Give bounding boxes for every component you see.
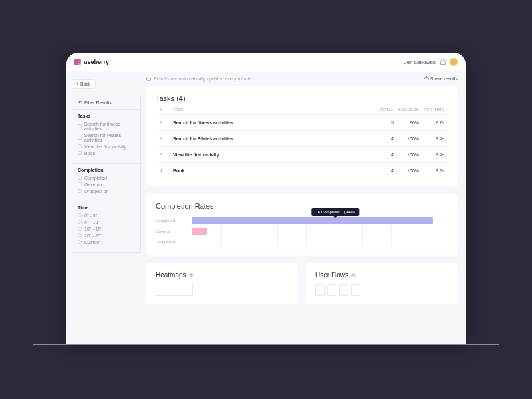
- back-button[interactable]: Back: [72, 79, 96, 89]
- tasks-table-head: # TASK TOTAL SUCCESS AVG TIME: [156, 108, 448, 114]
- device-base: [33, 344, 499, 345]
- info-icon[interactable]: ?: [351, 273, 356, 277]
- col-total: TOTAL: [368, 108, 394, 112]
- filter-item-label: View the first activity: [84, 144, 126, 149]
- completion-title: Completion Rates: [156, 202, 448, 210]
- filter-item-label: Search for fitness activities: [84, 122, 135, 131]
- heatmap-thumbnail[interactable]: [156, 283, 193, 296]
- row-total: 4: [368, 168, 394, 173]
- heatmaps-title: Heatmaps: [156, 271, 186, 279]
- row-success: 80%: [394, 120, 419, 125]
- tasks-card: Tasks (4) # TASK TOTAL SUCCESS AVG TIME …: [146, 86, 458, 186]
- filter-item[interactable]: Dropped off: [78, 189, 135, 194]
- row-num: 1: [160, 120, 173, 125]
- row-avg: 3.2s: [419, 168, 444, 173]
- back-label: Back: [80, 82, 91, 86]
- flow-thumb[interactable]: [339, 284, 348, 296]
- flow-thumb[interactable]: [327, 284, 336, 296]
- filter-item[interactable]: 10" - 15": [78, 227, 135, 231]
- col-success: SUCCESS: [394, 108, 419, 112]
- radio-icon: [78, 240, 82, 244]
- user-name: Jeff Lebowski: [404, 59, 436, 65]
- filter-item-label: Dropped off: [84, 189, 108, 194]
- user-area: Jeff Lebowski: [404, 58, 458, 66]
- sidebar: Back Filter Results TasksSearch for fitn…: [66, 71, 146, 345]
- table-row[interactable]: 3View the first activity4100%2.4s: [156, 146, 448, 162]
- completion-chart: Completed 16 Completed (94%) Gave up: [156, 215, 448, 247]
- filter-item-label: Custom: [84, 240, 100, 245]
- radio-icon: [78, 213, 82, 217]
- row-total: 4: [368, 136, 394, 141]
- avatar[interactable]: [450, 58, 458, 66]
- filter-group-time: Time0" - 5"5" - 10"10" - 15"20" - 25"Cus…: [72, 201, 140, 252]
- filter-item-label: 5" - 10": [84, 220, 100, 225]
- row-total: 5: [368, 120, 394, 125]
- col-avg: AVG TIME: [419, 108, 444, 112]
- filter-panel-header[interactable]: Filter Results: [72, 96, 140, 110]
- filter-item[interactable]: 20" - 25": [78, 233, 135, 238]
- row-success: 100%: [394, 152, 419, 157]
- userflows-card[interactable]: User Flows ?: [306, 263, 458, 304]
- row-avg: 2.4s: [419, 152, 444, 157]
- filter-item-label: Gave up: [84, 182, 102, 187]
- bar-completed[interactable]: [192, 217, 433, 224]
- filter-item-label: 0" - 5": [84, 213, 97, 218]
- filter-item[interactable]: 5" - 10": [78, 220, 135, 225]
- cr-label-completed: Completed: [156, 219, 189, 223]
- cr-label-dropped: Dropped off: [156, 240, 189, 244]
- table-row[interactable]: 2Search for Pilates activities4100%8.4s: [156, 130, 448, 146]
- filter-item[interactable]: Book: [78, 151, 135, 156]
- row-num: 3: [160, 152, 173, 157]
- chart-tooltip: 16 Completed (94%): [311, 208, 358, 216]
- info-icon[interactable]: ?: [189, 273, 194, 277]
- row-success: 100%: [394, 136, 419, 141]
- flow-thumb[interactable]: [351, 284, 360, 296]
- filter-title: Filter Results: [84, 100, 112, 105]
- row-num: 4: [160, 168, 173, 173]
- filter-item-label: Search for Pilates activities: [84, 133, 135, 142]
- heatmaps-card[interactable]: Heatmaps ?: [146, 263, 298, 304]
- auto-update-text: Results are automatically updated every …: [154, 76, 251, 81]
- checkbox-icon: [78, 144, 82, 148]
- filter-item[interactable]: View the first activity: [78, 144, 135, 149]
- brand-logo[interactable]: useberry: [74, 59, 109, 65]
- row-success: 100%: [394, 168, 419, 173]
- checkbox-icon: [78, 124, 82, 128]
- userflows-title: User Flows: [315, 271, 348, 279]
- checkbox-icon: [78, 182, 82, 186]
- filter-item[interactable]: Custom: [78, 240, 135, 245]
- row-task-name: Search for fitness activities: [173, 120, 368, 125]
- filter-item-label: 20" - 25": [84, 233, 102, 238]
- bell-icon[interactable]: [440, 59, 446, 65]
- checkbox-icon: [78, 189, 82, 193]
- checkbox-icon: [78, 136, 82, 140]
- filter-group-completion: CompletionCompletedGave upDropped off: [72, 164, 140, 201]
- checkbox-icon: [78, 176, 82, 180]
- filter-item[interactable]: Search for Pilates activities: [78, 133, 135, 142]
- filter-group-tasks: TasksSearch for fitness activitiesSearch…: [72, 110, 140, 164]
- meta-row: Results are automatically updated every …: [146, 76, 458, 81]
- checkbox-icon: [78, 151, 82, 155]
- filter-item[interactable]: Search for fitness activities: [78, 122, 135, 131]
- brand-name: useberry: [84, 59, 109, 65]
- share-results-button[interactable]: Share results: [424, 76, 458, 81]
- row-num: 2: [160, 136, 173, 141]
- filter-icon: [78, 101, 82, 104]
- filter-item-label: Book: [84, 151, 95, 156]
- chevron-left-icon: [76, 82, 78, 86]
- table-row[interactable]: 1Search for fitness activities580%7.7s: [156, 114, 448, 130]
- filter-item[interactable]: Gave up: [78, 182, 135, 187]
- filter-item[interactable]: 0" - 5": [78, 213, 135, 218]
- row-avg: 7.7s: [419, 120, 444, 125]
- filter-group-title: Completion: [78, 168, 135, 172]
- filter-item[interactable]: Completed: [78, 176, 135, 180]
- main-content: Results are automatically updated every …: [146, 71, 466, 345]
- radio-icon: [78, 220, 82, 224]
- completion-rates-card: Completion Rates Completed 16 Completed …: [146, 194, 458, 255]
- filter-item-label: 10" - 15": [84, 227, 102, 231]
- tooltip-pct: (94%): [344, 210, 355, 214]
- table-row[interactable]: 4Book4100%3.2s: [156, 162, 448, 178]
- tooltip-count: 16 Completed: [315, 210, 340, 214]
- filter-group-title: Time: [78, 205, 135, 210]
- flow-thumb[interactable]: [315, 284, 325, 296]
